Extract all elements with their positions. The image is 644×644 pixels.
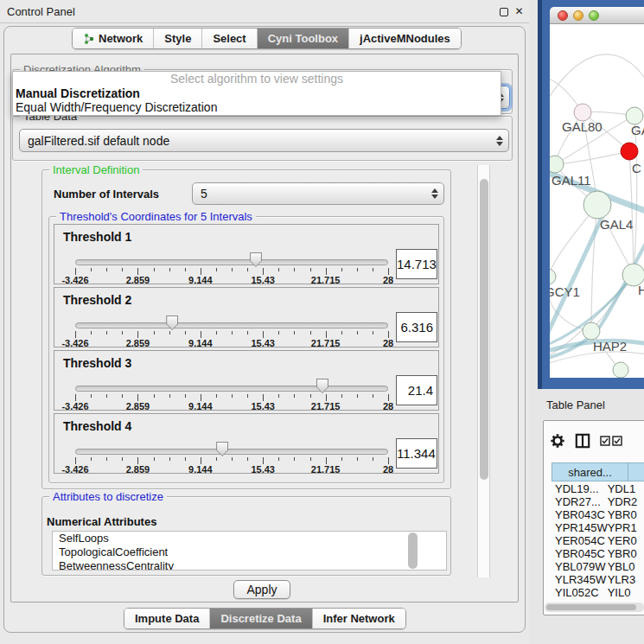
network-node[interactable] (583, 191, 611, 219)
cell-name: YBL0 (608, 560, 644, 573)
table-horizontal-scrollbar[interactable] (545, 603, 644, 612)
network-node-label: GAL80 (562, 119, 603, 134)
control-panel: Control Panel ✕ NetworkStyleSelectCyni T… (0, 0, 529, 644)
network-node-label: HAP2 (593, 339, 627, 354)
network-node[interactable] (613, 362, 628, 378)
table-row[interactable]: YDR27...YDR2 (552, 495, 644, 508)
tab-style[interactable]: Style (154, 29, 202, 48)
close-traffic-icon[interactable] (558, 10, 568, 21)
settings-scrollbar-thumb[interactable] (480, 179, 488, 480)
network-window-titlebar[interactable] (550, 7, 644, 24)
tab-label: Network (99, 32, 143, 45)
tab-select[interactable]: Select (202, 29, 257, 48)
table-row[interactable]: YDL19...YDL1 (552, 482, 644, 495)
control-panel-header: Control Panel ✕ (0, 0, 529, 23)
table-row[interactable]: YIL052CYIL0 (552, 586, 644, 599)
slider-tick-labels: -3.4262.8599.14415.4321.71528 (75, 275, 388, 285)
attribute-list-item[interactable]: TopologicalCoefficient (53, 545, 446, 559)
threshold-value-field[interactable]: 11.344 (396, 438, 437, 469)
slider-ticks (75, 268, 388, 275)
tab-label: Cyni Toolbox (268, 32, 338, 45)
threshold-4-panel: Threshold 4-3.4262.8599.14415.4321.71528… (54, 413, 439, 474)
minimize-traffic-icon[interactable] (573, 10, 583, 21)
network-node[interactable] (621, 143, 638, 160)
attribute-list-item[interactable]: BetweennessCentrality (53, 559, 446, 571)
table-row[interactable]: YLR345WYLR3 (552, 573, 644, 586)
network-node[interactable] (583, 322, 600, 340)
cell-name: YDR2 (608, 495, 644, 508)
tab-network[interactable]: Network (73, 29, 154, 48)
tab-jactivemnodules[interactable]: jActiveMNodules (349, 29, 461, 48)
gear-icon[interactable] (550, 433, 565, 449)
table-row[interactable]: YBR045CYBR0 (552, 547, 644, 560)
table-rows: YDL19...YDL1YDR27...YDR2YBR043CYBR0YPR14… (552, 482, 644, 600)
column-header-2[interactable]: na (628, 462, 644, 481)
cell-name: YDL1 (608, 482, 644, 495)
table-row[interactable]: YER054CYER0 (552, 534, 644, 547)
combo-stepper-icon (431, 188, 438, 199)
threshold-label: Threshold 4 (63, 419, 131, 433)
tab-infer-network[interactable]: Infer Network (313, 609, 405, 628)
network-node[interactable] (574, 104, 591, 121)
float-window-icon[interactable] (500, 8, 508, 16)
slider-track[interactable] (75, 386, 388, 392)
numerical-attributes-list[interactable]: SelfLoopsTopologicalCoefficientBetweenne… (52, 531, 447, 571)
slider-track[interactable] (75, 449, 388, 455)
attribute-list-item[interactable]: SelfLoops (53, 532, 446, 545)
popup-item-equal-width-frequency[interactable]: Equal Width/Frequency Discretization (13, 100, 501, 114)
cell-name: YBR0 (608, 547, 644, 560)
tab-impute-data[interactable]: Impute Data (124, 609, 210, 628)
zoom-traffic-icon[interactable] (589, 10, 599, 21)
close-icon[interactable]: ✕ (513, 6, 525, 17)
table-row[interactable]: YBR043CYBR0 (552, 508, 644, 521)
cell-shared-name: YIL052C (552, 586, 608, 599)
network-node[interactable] (626, 107, 643, 124)
threshold-value-field[interactable]: 14.713 (396, 249, 437, 279)
table-hscroll-thumb[interactable] (546, 604, 636, 610)
cell-shared-name: YBR043C (552, 508, 608, 521)
attributes-scrollbar[interactable] (408, 532, 418, 569)
slider-track[interactable] (75, 322, 388, 328)
checkbox-icon[interactable] (612, 436, 622, 446)
network-node[interactable] (550, 269, 556, 284)
column-view-icon[interactable] (575, 433, 590, 449)
numerical-attributes-label: Numerical Attributes (47, 515, 156, 528)
slider-track[interactable] (75, 259, 388, 265)
threshold-slider[interactable]: -3.4262.8599.14415.4321.71528 (75, 319, 388, 347)
slider-ticks (75, 457, 388, 464)
table-data-combobox[interactable]: galFiltered.sif default node (19, 129, 509, 152)
threshold-value-field[interactable]: 6.316 (396, 312, 437, 342)
threshold-slider[interactable]: -3.4262.8599.14415.4321.71528 (75, 256, 388, 284)
network-view-window: GAL80GACGAL11GAL4GCY1HHAP2 (538, 0, 644, 389)
thresholds-title: Threshold's Coordinates for 5 Intervals (56, 210, 256, 223)
apply-button[interactable]: Apply (233, 580, 290, 599)
network-node[interactable] (550, 156, 564, 173)
network-canvas[interactable]: GAL80GACGAL11GAL4GCY1HHAP2 (550, 24, 644, 378)
network-node-label: GA (631, 123, 644, 137)
checkbox-icon[interactable] (600, 436, 610, 446)
column-header-1[interactable]: shared... (552, 462, 628, 481)
table-row[interactable]: YPR145WYPR1 (552, 521, 644, 534)
table-row[interactable]: YBL079WYBL0 (552, 560, 644, 573)
threshold-slider[interactable]: -3.4262.8599.14415.4321.71528 (75, 445, 388, 473)
combo-stepper-icon (496, 136, 503, 146)
number-of-intervals-combobox[interactable]: 5 (192, 182, 444, 205)
panel-title: Control Panel (7, 5, 75, 18)
cell-name: YIL0 (608, 586, 644, 599)
threshold-slider[interactable]: -3.4262.8599.14415.4321.71528 (75, 382, 388, 410)
threshold-label: Threshold 3 (63, 356, 131, 370)
tab-discretize-data[interactable]: Discretize Data (210, 609, 312, 628)
tab-label: Select (213, 32, 245, 45)
number-of-intervals-label: Number of Intervals (54, 188, 159, 201)
table-data-combobox-value: galFiltered.sif default node (28, 134, 169, 148)
cell-name: YER0 (608, 534, 644, 547)
cyni-mode-tabbar: Impute DataDiscretize DataInfer Network (124, 608, 406, 629)
slider-tick-labels: -3.4262.8599.14415.4321.71528 (75, 464, 388, 475)
tab-cyni-toolbox[interactable]: Cyni Toolbox (258, 29, 349, 48)
settings-scrollbar-track[interactable] (477, 165, 490, 577)
tab-label: Infer Network (323, 612, 395, 625)
popup-item-manual-discretization[interactable]: Manual Discretization (13, 86, 501, 100)
algorithm-dropdown-popup: Select algorithm to view settings Manual… (12, 71, 501, 116)
threshold-value-field[interactable]: 21.4 (396, 375, 437, 405)
popup-placeholder: Select algorithm to view settings (13, 72, 501, 86)
